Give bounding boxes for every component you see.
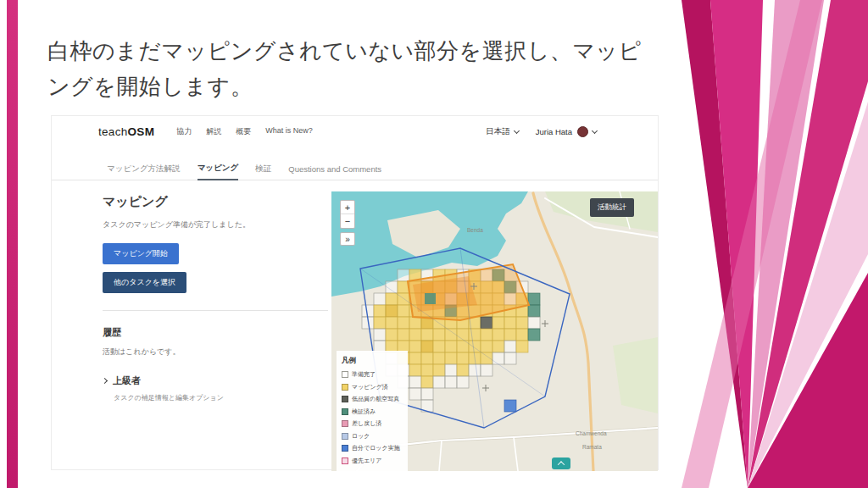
task-cell[interactable] <box>409 352 421 364</box>
task-cell[interactable] <box>504 317 516 329</box>
task-cell[interactable] <box>492 341 504 352</box>
task-cell[interactable] <box>481 364 492 376</box>
legend-item: マッピング済 <box>342 383 403 391</box>
task-cell[interactable] <box>398 305 409 317</box>
legend-item: 低品質の航空写真 <box>342 395 403 403</box>
task-cell[interactable] <box>374 305 386 317</box>
task-cell[interactable] <box>409 364 421 376</box>
task-cell[interactable] <box>504 352 516 364</box>
task-cell[interactable] <box>528 293 540 305</box>
history-heading: 履歴 <box>103 326 328 339</box>
zoom-out-button[interactable]: − <box>341 214 354 228</box>
collapse-panel-button[interactable] <box>552 458 570 469</box>
task-cell[interactable] <box>398 317 409 329</box>
nav-item-about[interactable]: 概要 <box>236 126 251 137</box>
legend-swatch <box>342 384 348 391</box>
task-map[interactable]: Benda Chamwenda Ramata + − » 活動統計 凡例 準備完… <box>331 191 658 471</box>
task-cell[interactable] <box>409 317 421 329</box>
task-cell[interactable] <box>528 317 540 329</box>
task-cell[interactable] <box>516 341 528 352</box>
tab-mapping[interactable]: マッピング <box>198 158 239 180</box>
task-cell[interactable] <box>457 376 469 388</box>
task-cell[interactable] <box>421 341 433 352</box>
task-cell[interactable] <box>481 352 492 364</box>
chevron-right-icon <box>102 378 108 384</box>
activity-stats-button[interactable]: 活動統計 <box>590 198 634 217</box>
task-cell[interactable] <box>528 305 540 317</box>
task-cell[interactable] <box>516 317 528 329</box>
task-cell[interactable] <box>421 352 433 364</box>
advanced-toggle[interactable]: 上級者 <box>103 374 328 387</box>
task-cell[interactable] <box>433 329 445 341</box>
nav-item-contribute[interactable]: 協力 <box>176 126 192 137</box>
nav-item-whats-new[interactable]: What is New? <box>265 126 313 137</box>
task-cell[interactable] <box>421 388 433 400</box>
app-header: teachOSM 協力 解説 概要 What is New? 日本語 Juria… <box>52 116 658 147</box>
place-label: Chamwenda <box>576 430 607 436</box>
teachosm-screenshot: teachOSM 協力 解説 概要 What is New? 日本語 Juria… <box>51 115 659 470</box>
advanced-label: 上級者 <box>113 374 141 387</box>
task-cell[interactable] <box>528 329 540 341</box>
user-menu[interactable]: Juria Hata <box>536 126 597 137</box>
task-cell[interactable] <box>445 364 457 376</box>
task-cell[interactable] <box>445 329 457 341</box>
task-cell[interactable] <box>398 269 409 281</box>
tab-validation[interactable]: 検証 <box>255 158 271 180</box>
zoom-control: + − <box>340 200 355 229</box>
tab-instructions[interactable]: マッピング方法解説 <box>107 158 181 180</box>
task-cell[interactable] <box>409 341 421 352</box>
task-cell[interactable] <box>445 341 457 352</box>
select-other-task-button[interactable]: 他のタスクを選択 <box>103 272 186 293</box>
task-cell[interactable] <box>492 352 504 364</box>
task-cell[interactable] <box>433 364 445 376</box>
task-cell[interactable] <box>492 329 504 341</box>
task-cell[interactable] <box>433 352 445 364</box>
task-cell[interactable] <box>504 341 516 352</box>
task-cell[interactable] <box>386 305 398 317</box>
task-cell[interactable] <box>386 293 398 305</box>
task-cell[interactable] <box>421 329 433 341</box>
place-label: Benda <box>467 227 483 233</box>
zoom-in-button[interactable]: + <box>341 201 354 214</box>
task-cell[interactable] <box>445 376 457 388</box>
task-cell[interactable] <box>433 376 445 388</box>
teachosm-logo[interactable]: teachOSM <box>98 125 154 138</box>
task-cell[interactable] <box>374 317 386 329</box>
task-cell[interactable] <box>457 352 469 364</box>
map-legend: 凡例 準備完了 マッピング済 低品質の航空写真 検証済み 差し戻し済 ロック 自… <box>337 351 408 471</box>
task-cell[interactable] <box>481 341 492 352</box>
task-cell[interactable] <box>374 329 386 341</box>
legend-label: ロック <box>352 432 370 441</box>
task-cell[interactable] <box>516 329 528 341</box>
task-cell[interactable] <box>457 364 469 376</box>
task-cell[interactable] <box>504 400 516 412</box>
nav-item-learn[interactable]: 解説 <box>206 126 221 137</box>
language-selector[interactable]: 日本語 <box>486 126 519 137</box>
task-cell[interactable] <box>445 352 457 364</box>
task-cell[interactable] <box>421 364 433 376</box>
task-cell[interactable] <box>409 376 421 388</box>
panel-status-text: タスクのマッピング準備が完了しました。 <box>103 219 328 230</box>
task-cell[interactable] <box>469 329 481 341</box>
task-panel: マッピング タスクのマッピング準備が完了しました。 マッピング開始 他のタスクを… <box>103 194 328 402</box>
task-cell[interactable] <box>374 293 386 305</box>
task-cell[interactable] <box>409 329 421 341</box>
task-cell[interactable] <box>398 293 409 305</box>
task-cell[interactable] <box>386 317 398 329</box>
task-cell[interactable] <box>492 317 504 329</box>
task-cell[interactable] <box>481 317 492 329</box>
task-cell[interactable] <box>398 329 409 341</box>
task-cell[interactable] <box>386 329 398 341</box>
start-mapping-button[interactable]: マッピング開始 <box>103 243 179 264</box>
legend-swatch <box>342 371 348 378</box>
task-cell[interactable] <box>421 376 433 388</box>
task-cell[interactable] <box>469 364 481 376</box>
legend-item: 優先エリア <box>342 457 403 465</box>
task-cell[interactable] <box>433 341 445 352</box>
task-cell[interactable] <box>481 329 492 341</box>
task-cell[interactable] <box>409 388 421 400</box>
sidebar-expand-button[interactable]: » <box>340 232 355 246</box>
task-cell[interactable] <box>457 329 469 341</box>
task-cell[interactable] <box>504 329 516 341</box>
tab-questions[interactable]: Questions and Comments <box>288 158 381 180</box>
